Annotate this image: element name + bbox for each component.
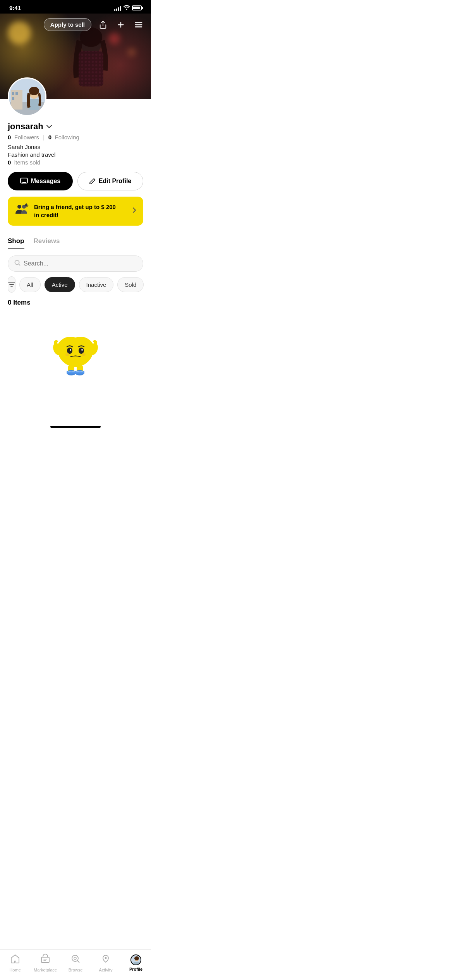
svg-point-20 (29, 87, 39, 95)
svg-rect-15 (12, 92, 14, 95)
svg-rect-3 (79, 51, 103, 86)
status-bar: 9:41 (0, 0, 151, 14)
menu-icon-button[interactable] (132, 19, 145, 31)
items-sold-label: items sold (14, 159, 41, 166)
svg-rect-17 (12, 97, 14, 100)
svg-rect-16 (15, 92, 18, 95)
empty-state (0, 311, 151, 385)
items-sold-count: 0 (8, 159, 11, 166)
following-count: 0 (48, 134, 51, 140)
apply-to-sell-button[interactable]: Apply to sell (44, 18, 91, 31)
svg-point-27 (70, 349, 71, 351)
status-icons (114, 5, 142, 11)
referral-banner[interactable]: Bring a friend, get up to $ 200 in credi… (8, 197, 143, 226)
filter-pills: All Active Inactive Sold (0, 276, 151, 299)
bio: Fashion and travel (8, 151, 143, 158)
svg-point-28 (79, 348, 84, 354)
hero-actions: Apply to sell (44, 18, 145, 31)
svg-point-22 (17, 205, 21, 209)
tab-reviews[interactable]: Reviews (34, 233, 60, 249)
referral-line2: in credit! (34, 211, 127, 219)
followers-count: 0 (8, 134, 11, 140)
edit-profile-button[interactable]: Edit Profile (77, 172, 143, 190)
followers-stat[interactable]: 0 Followers (8, 134, 39, 140)
avatar (8, 77, 46, 116)
edit-profile-label: Edit Profile (99, 178, 131, 185)
filter-pill-sold[interactable]: Sold (117, 277, 144, 292)
username-chevron-icon[interactable] (46, 123, 52, 130)
filter-pill-all[interactable]: All (19, 277, 41, 292)
items-sold: 0 items sold (8, 159, 143, 166)
referral-icon (15, 203, 29, 219)
following-stat[interactable]: 0 Following (48, 134, 79, 140)
search-section (0, 249, 151, 276)
following-label: Following (55, 134, 79, 140)
filter-pill-active[interactable]: Active (45, 277, 75, 292)
filter-pill-inactive[interactable]: Inactive (79, 277, 114, 292)
mascot-illustration (50, 323, 101, 377)
profile-info: jonsarah 0 Followers | 0 Following Sarah… (0, 116, 151, 166)
hero-figure (52, 21, 130, 99)
username-row: jonsarah (8, 122, 143, 132)
filter-icon-button[interactable] (8, 276, 15, 293)
svg-point-26 (67, 348, 72, 354)
search-container (8, 255, 143, 272)
bokeh-light-1 (8, 21, 31, 45)
referral-chevron-icon (132, 207, 136, 215)
referral-text: Bring a friend, get up to $ 200 in credi… (34, 203, 127, 219)
messages-button[interactable]: Messages (8, 172, 73, 190)
messages-label: Messages (31, 178, 61, 185)
profile-action-buttons: Messages Edit Profile (0, 172, 151, 190)
add-icon-button[interactable] (115, 19, 127, 31)
share-icon-button[interactable] (97, 19, 109, 31)
svg-point-31 (82, 353, 86, 356)
followers-label: Followers (14, 134, 39, 140)
status-time: 9:41 (9, 5, 21, 11)
wifi-icon (124, 5, 130, 11)
search-icon (14, 260, 21, 267)
search-input[interactable] (24, 260, 137, 267)
username: jonsarah (8, 122, 43, 132)
svg-rect-19 (29, 99, 39, 110)
signal-icon (114, 5, 121, 11)
svg-point-29 (81, 349, 83, 351)
follow-divider: | (43, 134, 45, 140)
referral-line1: Bring a friend, get up to $ 200 (34, 203, 127, 211)
battery-icon (132, 5, 142, 10)
real-name: Sarah Jonas (8, 144, 143, 150)
tab-shop[interactable]: Shop (8, 233, 24, 249)
follow-stats: 0 Followers | 0 Following (8, 134, 143, 140)
shop-tabs: Shop Reviews (8, 233, 143, 249)
items-count: 0 Items (0, 299, 151, 311)
home-indicator (50, 426, 101, 428)
svg-point-30 (65, 353, 69, 356)
